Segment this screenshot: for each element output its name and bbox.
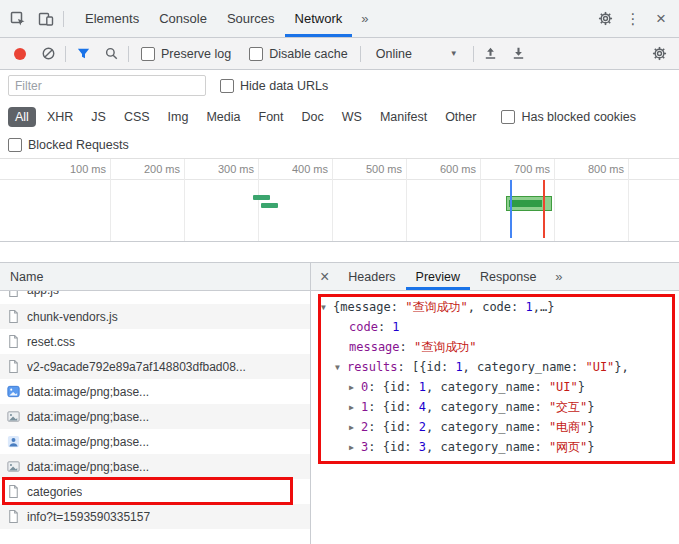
- type-pill-media[interactable]: Media: [199, 107, 247, 127]
- tab-console[interactable]: Console: [149, 0, 217, 37]
- close-detail-icon[interactable]: ×: [311, 268, 338, 286]
- type-pill-other[interactable]: Other: [438, 107, 483, 127]
- request-row[interactable]: data:image/png;base...: [0, 404, 310, 429]
- preview-line: ▶1: {id: 4, category_name: "交互"}: [311, 397, 679, 417]
- type-pill-ws[interactable]: WS: [335, 107, 369, 127]
- time-tick-label: 800 ms: [562, 163, 624, 175]
- preserve-log-checkbox[interactable]: Preserve log: [141, 47, 231, 61]
- time-tick-label: 100 ms: [44, 163, 106, 175]
- doc-icon: [6, 509, 21, 524]
- type-pill-css[interactable]: CSS: [117, 107, 157, 127]
- gridline: [480, 159, 481, 241]
- preview-line: ▶3: {id: 3, category_name: "网页"}: [311, 437, 679, 457]
- tab-network[interactable]: Network: [285, 0, 353, 37]
- record-button[interactable]: [6, 41, 34, 67]
- expand-triangle-icon[interactable]: ▶: [349, 398, 361, 418]
- request-row[interactable]: app.js: [0, 291, 310, 304]
- detail-tabs: HeadersPreviewResponse: [338, 263, 546, 290]
- expand-triangle-icon[interactable]: ▶: [349, 378, 361, 398]
- doc-icon: [6, 309, 21, 324]
- request-row-categories[interactable]: categories: [0, 479, 310, 504]
- name-column-header[interactable]: Name: [0, 263, 310, 291]
- json-token: code: [349, 320, 378, 334]
- type-pill-js[interactable]: JS: [84, 107, 113, 127]
- divider: [65, 46, 66, 62]
- tab-elements[interactable]: Elements: [75, 0, 149, 37]
- json-token: :: [400, 340, 414, 354]
- filter-input[interactable]: [8, 75, 206, 96]
- type-pill-img[interactable]: Img: [161, 107, 196, 127]
- type-pill-doc[interactable]: Doc: [295, 107, 331, 127]
- request-row[interactable]: info?t=1593590335157: [0, 504, 310, 529]
- collapse-triangle-icon[interactable]: ▼: [321, 298, 333, 318]
- panel-tabs: ElementsConsoleSourcesNetwork: [75, 0, 352, 37]
- request-row[interactable]: data:image/png;base...: [0, 429, 310, 454]
- divider: [473, 46, 474, 62]
- expand-triangle-icon[interactable]: ▶: [349, 438, 361, 458]
- gridline: [332, 159, 333, 241]
- request-name: reset.css: [27, 335, 75, 349]
- json-token: , code:: [468, 300, 526, 314]
- collapse-triangle-icon[interactable]: ▼: [335, 358, 347, 378]
- divider: [128, 46, 129, 62]
- more-detail-tabs-icon[interactable]: »: [546, 269, 571, 284]
- detail-tab-headers[interactable]: Headers: [338, 263, 405, 290]
- import-har-icon[interactable]: [477, 41, 505, 67]
- inspect-element-icon[interactable]: [4, 6, 32, 32]
- json-token: "电商": [549, 420, 587, 434]
- hide-data-urls-checkbox[interactable]: Hide data URLs: [220, 79, 328, 93]
- throttling-select[interactable]: Online ▼: [376, 47, 458, 61]
- tab-sources[interactable]: Sources: [217, 0, 285, 37]
- search-icon[interactable]: [97, 41, 125, 67]
- type-pill-font[interactable]: Font: [252, 107, 291, 127]
- close-devtools-icon[interactable]: ×: [647, 6, 675, 32]
- json-token: },: [614, 360, 628, 374]
- request-name: data:image/png;base...: [27, 410, 149, 424]
- request-row[interactable]: chunk-vendors.js: [0, 304, 310, 329]
- domcontentloaded-marker: [510, 180, 512, 238]
- kebab-menu-icon[interactable]: ⋮: [619, 6, 647, 32]
- device-toolbar-icon[interactable]: [32, 6, 60, 32]
- request-row[interactable]: v2-c9acade792e89a7af148803dfbad08...: [0, 354, 310, 379]
- type-pill-xhr[interactable]: XHR: [40, 107, 80, 127]
- json-token: "交互": [549, 400, 587, 414]
- disable-cache-checkbox[interactable]: Disable cache: [249, 47, 348, 61]
- resource-type-filter-row: AllXHRJSCSSImgMediaFontDocWSManifestOthe…: [0, 101, 679, 132]
- json-token: "查询成功": [414, 340, 476, 354]
- time-tick-label: 500 ms: [340, 163, 402, 175]
- checkbox-box: [8, 138, 22, 152]
- detail-tab-response[interactable]: Response: [470, 263, 546, 290]
- request-detail-panel: × HeadersPreviewResponse » ▼{message: "查…: [311, 263, 679, 544]
- json-token: 1: [419, 380, 426, 394]
- detail-tab-preview[interactable]: Preview: [406, 263, 470, 290]
- image-icon: [6, 459, 21, 474]
- export-har-icon[interactable]: [505, 41, 533, 67]
- blocked-requests-checkbox[interactable]: Blocked Requests: [8, 138, 129, 152]
- json-token: results: [347, 360, 398, 374]
- hide-data-urls-label: Hide data URLs: [240, 79, 328, 93]
- request-row[interactable]: data:image/png;base...: [0, 379, 310, 404]
- preserve-log-label: Preserve log: [161, 47, 231, 61]
- devtools-window: ElementsConsoleSourcesNetwork » ⋮ × Pres…: [0, 0, 679, 544]
- more-panels-icon[interactable]: »: [352, 11, 377, 26]
- has-blocked-cookies-checkbox[interactable]: Has blocked cookies: [501, 110, 636, 124]
- type-pill-all[interactable]: All: [8, 107, 36, 127]
- expand-triangle-icon[interactable]: ▶: [349, 418, 361, 438]
- request-row[interactable]: data:image/png;base...: [0, 454, 310, 479]
- request-row[interactable]: reset.css: [0, 329, 310, 354]
- clear-icon[interactable]: [34, 41, 62, 67]
- network-overview-timeline[interactable]: 100 ms200 ms300 ms400 ms500 ms600 ms700 …: [0, 158, 679, 242]
- gridline: [110, 159, 111, 241]
- request-name: info?t=1593590335157: [27, 510, 150, 524]
- filter-funnel-icon[interactable]: [69, 41, 97, 67]
- preview-line: code: 1: [311, 317, 679, 337]
- settings-gear-icon[interactable]: [591, 6, 619, 32]
- preview-line: ▶2: {id: 2, category_name: "电商"}: [311, 417, 679, 437]
- network-settings-gear-icon[interactable]: [645, 41, 673, 67]
- json-token: }: [578, 380, 585, 394]
- has-blocked-cookies-label: Has blocked cookies: [521, 110, 636, 124]
- json-token: "查询成功": [405, 300, 467, 314]
- waterfall-bar: [261, 203, 278, 208]
- disable-cache-label: Disable cache: [269, 47, 348, 61]
- type-pill-manifest[interactable]: Manifest: [373, 107, 434, 127]
